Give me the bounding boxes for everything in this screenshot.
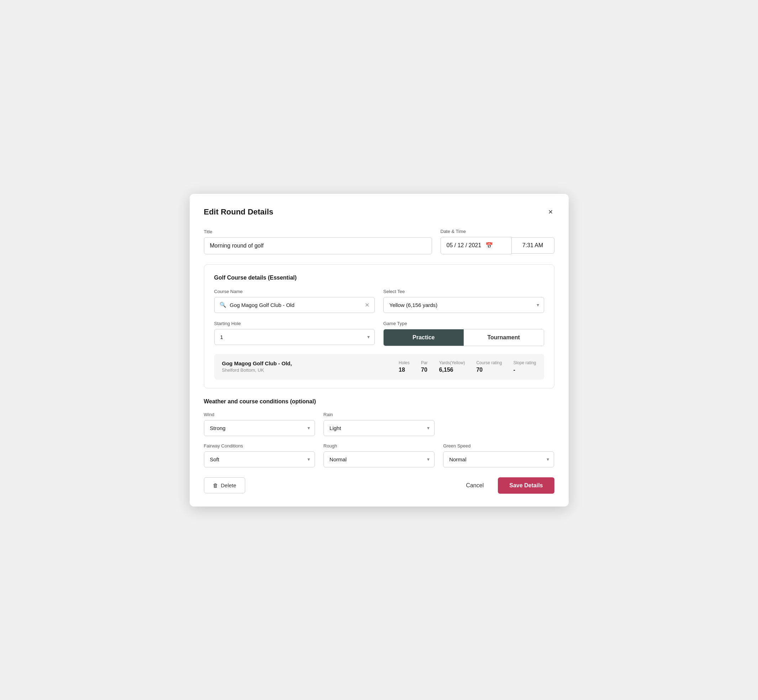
footer-right: Cancel Save Details [460,477,554,494]
slope-rating-value: - [513,367,515,373]
datetime-inputs: 05 / 12 / 2021 📅 7:31 AM [440,237,554,254]
yards-stat: Yards(Yellow) 6,156 [439,360,465,373]
rain-label: Rain [324,412,434,417]
trash-icon: 🗑 [213,482,218,488]
cancel-button[interactable]: Cancel [460,478,489,493]
course-rating-value: 70 [476,367,482,373]
weather-section: Weather and course conditions (optional)… [204,398,554,467]
date-value: 05 / 12 / 2021 [446,242,481,248]
yards-label: Yards(Yellow) [439,360,465,365]
datetime-label: Date & Time [440,229,554,234]
weather-section-title: Weather and course conditions (optional) [204,398,554,405]
starting-hole-label: Starting Hole [214,321,375,326]
par-label: Par [421,360,428,365]
calendar-icon: 📅 [485,242,493,249]
wind-dropdown[interactable]: Strong [204,420,315,436]
golf-section-title: Golf Course details (Essential) [214,275,544,281]
holes-value: 18 [399,367,405,373]
delete-button[interactable]: 🗑 Delete [204,477,245,493]
date-input-wrap[interactable]: 05 / 12 / 2021 📅 [440,237,512,254]
starting-hole-wrap: 1 ▾ [214,329,375,345]
game-type-group: Game Type Practice Tournament [383,321,544,346]
top-row: Title Date & Time 05 / 12 / 2021 📅 7:31 … [204,229,554,254]
rough-group: Rough Normal ▾ [324,443,434,467]
modal-title: Edit Round Details [204,207,274,217]
slope-rating-label: Slope rating [513,360,536,365]
green-speed-dropdown[interactable]: Normal [443,452,554,467]
fairway-group: Fairway Conditions Soft ▾ [204,443,315,467]
footer-row: 🗑 Delete Cancel Save Details [204,477,554,494]
slope-rating-stat: Slope rating - [513,360,536,373]
holes-stat: Holes 18 [399,360,410,373]
game-type-label: Game Type [383,321,544,326]
rain-select-wrap: Light ▾ [324,420,434,436]
fairway-dropdown[interactable]: Soft [204,452,315,467]
course-tee-row: Course Name 🔍 ✕ Select Tee Yellow (6,156… [214,289,544,313]
select-tee-wrap: Yellow (6,156 yards) ▾ [383,297,544,313]
time-input-wrap[interactable]: 7:31 AM [512,237,554,254]
green-speed-group: Green Speed Normal ▾ [443,443,554,467]
game-type-toggle: Practice Tournament [383,329,544,346]
course-name-input[interactable] [230,302,362,308]
wind-rain-row: Wind Strong ▾ Rain Light ▾ [204,412,554,436]
title-label: Title [204,229,432,234]
fairway-select-wrap: Soft ▾ [204,452,315,467]
course-rating-stat: Course rating 70 [476,360,502,373]
rain-group: Rain Light ▾ [324,412,434,436]
course-name-group: Course Name 🔍 ✕ [214,289,375,313]
course-info-location: Shelford Bottom, UK [222,367,388,373]
tournament-button[interactable]: Tournament [464,330,544,346]
title-input[interactable] [204,237,432,254]
starting-hole-group: Starting Hole 1 ▾ [214,321,375,346]
wind-label: Wind [204,412,315,417]
datetime-field-group: Date & Time 05 / 12 / 2021 📅 7:31 AM [440,229,554,254]
yards-value: 6,156 [439,367,453,373]
time-value: 7:31 AM [522,242,543,248]
rough-dropdown[interactable]: Normal [324,452,434,467]
edit-round-modal: Edit Round Details × Title Date & Time 0… [190,194,568,506]
green-speed-label: Green Speed [443,443,554,448]
clear-course-button[interactable]: ✕ [365,302,370,308]
fairway-rough-green-row: Fairway Conditions Soft ▾ Rough Normal ▾ [204,443,554,467]
delete-label: Delete [221,482,236,488]
select-tee-dropdown[interactable]: Yellow (6,156 yards) [383,297,544,313]
course-rating-label: Course rating [476,360,502,365]
course-info-name: Gog Magog Golf Club - Old, Shelford Bott… [222,360,388,373]
rain-dropdown[interactable]: Light [324,420,434,436]
wind-select-wrap: Strong ▾ [204,420,315,436]
rough-label: Rough [324,443,434,448]
modal-header: Edit Round Details × [204,207,554,217]
holes-label: Holes [399,360,410,365]
fairway-label: Fairway Conditions [204,443,315,448]
select-tee-group: Select Tee Yellow (6,156 yards) ▾ [383,289,544,313]
course-input-wrap[interactable]: 🔍 ✕ [214,297,375,313]
starting-hole-dropdown[interactable]: 1 [214,329,375,345]
hole-gametype-row: Starting Hole 1 ▾ Game Type Practice Tou… [214,321,544,346]
search-icon: 🔍 [219,302,226,308]
course-name-label: Course Name [214,289,375,294]
course-info-row: Gog Magog Golf Club - Old, Shelford Bott… [214,354,544,380]
par-value: 70 [421,367,428,373]
select-tee-label: Select Tee [383,289,544,294]
title-field-group: Title [204,229,432,254]
wind-group: Wind Strong ▾ [204,412,315,436]
save-button[interactable]: Save Details [498,477,554,494]
course-info-name-text: Gog Magog Golf Club - Old, [222,360,388,366]
rough-select-wrap: Normal ▾ [324,452,434,467]
green-speed-select-wrap: Normal ▾ [443,452,554,467]
golf-course-section: Golf Course details (Essential) Course N… [204,264,554,388]
practice-button[interactable]: Practice [384,330,464,346]
par-stat: Par 70 [421,360,428,373]
close-button[interactable]: × [547,207,554,217]
